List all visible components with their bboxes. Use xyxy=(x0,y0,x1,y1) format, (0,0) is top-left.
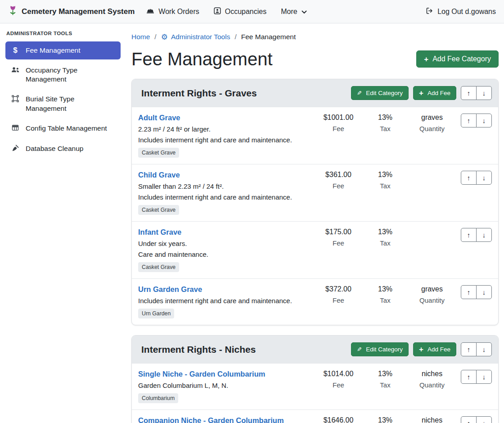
fee-amount-label: Fee xyxy=(315,182,362,190)
fee-type-badge: Casket Grave xyxy=(138,262,179,272)
fee-reorder-group: ↑ ↓ xyxy=(461,285,492,299)
fee-tax-col: 13% Tax xyxy=(362,370,409,389)
category-reorder-group: ↑ ↓ xyxy=(461,342,492,356)
fee-tax: 13% xyxy=(362,114,409,122)
edit-category-label: Edit Category xyxy=(366,346,403,353)
tulip-logo-icon xyxy=(8,5,18,18)
dollar-icon: $ xyxy=(11,46,20,54)
category-title: Interment Rights - Niches xyxy=(141,344,256,355)
fee-amount-col: $1014.00 Fee xyxy=(315,370,362,389)
fee-description: Garden Columbarium L, M, N. xyxy=(138,382,310,389)
sidebar-heading: ADMINISTRATOR TOOLS xyxy=(6,31,121,36)
sidebar-item-label: Database Cleanup xyxy=(26,144,83,153)
sidebar-item-config-table[interactable]: Config Table Management xyxy=(5,119,121,138)
fee-quantity: niches xyxy=(409,416,455,423)
fee-tax-col: 13% Tax xyxy=(362,114,409,132)
move-down-button[interactable]: ↓ xyxy=(476,86,492,100)
plus-icon: + xyxy=(419,346,423,353)
move-down-button[interactable]: ↓ xyxy=(476,228,492,242)
fee-tax-label: Tax xyxy=(362,182,409,190)
fee-amount: $361.00 xyxy=(315,171,362,179)
nav-more[interactable]: More xyxy=(281,8,306,16)
breadcrumb-separator: / xyxy=(154,33,156,41)
main-content: Home / ⚙ Administrator Tools / Fee Manag… xyxy=(126,23,504,423)
fee-amount-col: $361.00 Fee xyxy=(315,171,362,190)
fee-amount: $1646.00 xyxy=(315,416,362,423)
category-header: Interment Rights - Graves ✎ Edit Categor… xyxy=(132,79,498,107)
fee-reorder-group: ↑ ↓ xyxy=(461,228,492,242)
nav-occupancies[interactable]: Occupancies xyxy=(214,7,267,16)
fee-tax-col: 13% Tax xyxy=(362,285,409,304)
category-header: Interment Rights - Niches ✎ Edit Categor… xyxy=(132,336,498,363)
nav-links: Work Orders Occupancies More xyxy=(146,7,306,16)
fee-tax-col: 13% Tax xyxy=(362,171,409,190)
fee-description: Under six years. xyxy=(138,240,310,247)
move-up-button[interactable]: ↑ xyxy=(461,342,477,356)
nav-work-orders-label: Work Orders xyxy=(158,8,199,16)
fee-tax-label: Tax xyxy=(362,296,409,304)
move-up-button[interactable]: ↑ xyxy=(461,285,477,299)
fee-description: Smaller than 2.23 m² / 24 ft². xyxy=(138,182,310,190)
sidebar-item-label: Fee Management xyxy=(26,46,81,55)
fee-type-badge: Casket Grave xyxy=(138,148,179,158)
sidebar-item-label: Config Table Management xyxy=(26,124,107,133)
breadcrumb-admin-tools[interactable]: ⚙ Administrator Tools xyxy=(161,33,230,41)
category-reorder-group: ↑ ↓ xyxy=(461,86,492,100)
move-down-button[interactable]: ↓ xyxy=(476,171,492,185)
move-up-button[interactable]: ↑ xyxy=(461,86,477,100)
fee-amount: $372.00 xyxy=(315,285,362,293)
chevron-down-icon xyxy=(302,8,307,16)
fee-quantity: graves xyxy=(409,114,455,122)
move-down-button[interactable]: ↓ xyxy=(476,285,492,299)
fee-name-link[interactable]: Adult Grave xyxy=(138,114,180,122)
fee-name-link[interactable]: Infant Grave xyxy=(138,228,181,237)
edit-category-button[interactable]: ✎ Edit Category xyxy=(351,342,409,356)
nav-work-orders[interactable]: Work Orders xyxy=(146,7,199,16)
sidebar-item-database-cleanup[interactable]: Database Cleanup xyxy=(5,140,121,159)
fee-description: Includes interment right and care and ma… xyxy=(138,297,310,305)
breadcrumb-home[interactable]: Home xyxy=(131,33,150,41)
fee-name-link[interactable]: Child Grave xyxy=(138,171,180,179)
app-brand[interactable]: Cemetery Management System xyxy=(8,5,135,18)
move-up-button[interactable]: ↑ xyxy=(461,370,477,384)
add-fee-category-label: Add Fee Category xyxy=(432,55,491,63)
add-fee-button[interactable]: + Add Fee xyxy=(413,86,456,100)
fee-quantity-col: niches Quantity xyxy=(409,370,455,389)
fee-name-link[interactable]: Companion Niche - Garden Columbarium xyxy=(138,416,284,423)
move-down-button[interactable]: ↓ xyxy=(476,416,492,423)
sidebar-item-occupancy-type[interactable]: Occupancy Type Management xyxy=(5,61,121,88)
breadcrumb-separator: / xyxy=(234,33,236,41)
fee-reorder-group: ↑ ↓ xyxy=(461,171,492,185)
add-fee-button[interactable]: + Add Fee xyxy=(413,342,456,356)
fee-tax-label: Tax xyxy=(362,125,409,132)
edit-category-label: Edit Category xyxy=(366,90,403,96)
fee-row: Companion Niche - Garden Columbarium Gar… xyxy=(132,409,498,423)
broom-icon xyxy=(11,145,20,154)
move-up-button[interactable]: ↑ xyxy=(461,228,477,242)
fee-description: Care and maintenance. xyxy=(138,250,310,258)
fee-name-link[interactable]: Single Niche - Garden Columbarium xyxy=(138,370,265,378)
category-card-graves: Interment Rights - Graves ✎ Edit Categor… xyxy=(131,79,499,325)
breadcrumb: Home / ⚙ Administrator Tools / Fee Manag… xyxy=(131,33,499,41)
breadcrumb-admin-tools-label: Administrator Tools xyxy=(171,33,230,41)
edit-category-button[interactable]: ✎ Edit Category xyxy=(351,86,409,100)
fee-quantity: niches xyxy=(409,370,455,378)
sidebar-item-label: Occupancy Type Management xyxy=(26,66,115,84)
move-up-button[interactable]: ↑ xyxy=(461,171,477,185)
fee-quantity-col: graves Quantity xyxy=(409,114,455,132)
sidebar-item-burial-site-type[interactable]: Burial Site Type Management xyxy=(5,90,121,117)
category-card-niches: Interment Rights - Niches ✎ Edit Categor… xyxy=(131,335,499,423)
move-up-button[interactable]: ↑ xyxy=(461,416,477,423)
move-down-button[interactable]: ↓ xyxy=(476,370,492,384)
pencil-icon: ✎ xyxy=(357,90,362,96)
move-down-button[interactable]: ↓ xyxy=(476,342,492,356)
logout-link[interactable]: Log Out d.gowans xyxy=(426,7,496,16)
move-down-button[interactable]: ↓ xyxy=(476,114,492,127)
add-fee-category-button[interactable]: + Add Fee Category xyxy=(416,50,499,68)
move-up-button[interactable]: ↑ xyxy=(461,114,477,127)
fee-tax-col: 13% Tax xyxy=(362,228,409,247)
gear-icon: ⚙ xyxy=(161,33,168,41)
category-title: Interment Rights - Graves xyxy=(141,88,257,99)
fee-name-link[interactable]: Urn Garden Grave xyxy=(138,285,202,294)
sidebar-item-fee-management[interactable]: $ Fee Management xyxy=(5,41,121,59)
